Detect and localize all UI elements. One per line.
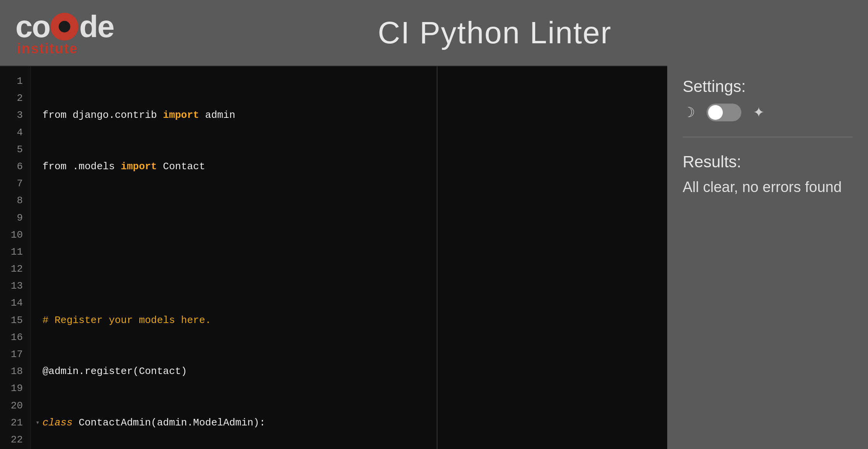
line-num-13: 13 bbox=[0, 277, 31, 294]
logo-top: co de bbox=[15, 9, 114, 44]
code-line-1: from django.contrib import admin bbox=[42, 107, 425, 124]
line-num-20: 20 bbox=[0, 397, 31, 414]
code-class-name: ContactAdmin(admin.ModelAdmin): bbox=[79, 414, 266, 431]
fold-arrow-7[interactable]: ▾ bbox=[36, 417, 42, 429]
code-from-1: from bbox=[42, 107, 73, 124]
line-num-12: 12 bbox=[0, 260, 31, 277]
line-num-7: 7 bbox=[0, 175, 31, 192]
main-content: 1 2 3 4 5 6 7 8 9 10 11 12 13 14 15 16 1… bbox=[0, 66, 868, 449]
code-line-6: @admin.register(Contact) bbox=[42, 363, 425, 380]
line-num-14: 14 bbox=[0, 294, 31, 311]
code-contact: Contact bbox=[157, 158, 205, 175]
code-from-2: from bbox=[42, 158, 73, 175]
line-numbers: 1 2 3 4 5 6 7 8 9 10 11 12 13 14 15 16 1… bbox=[0, 66, 31, 449]
line-num-2: 2 bbox=[0, 90, 31, 107]
code-line-4 bbox=[42, 260, 425, 277]
line-num-22: 22 bbox=[0, 431, 31, 448]
results-message: All clear, no errors found bbox=[683, 179, 853, 196]
line-num-15: 15 bbox=[0, 312, 31, 329]
logo-area: co de institute bbox=[15, 9, 114, 57]
line-num-19: 19 bbox=[0, 380, 31, 397]
line-num-18: 18 bbox=[0, 363, 31, 380]
code-admin: admin bbox=[199, 107, 236, 124]
line-num-5: 5 bbox=[0, 141, 31, 158]
line-num-4: 4 bbox=[0, 124, 31, 141]
code-editor[interactable]: 1 2 3 4 5 6 7 8 9 10 11 12 13 14 15 16 1… bbox=[0, 66, 667, 449]
moon-icon: ☽ bbox=[683, 104, 695, 121]
code-decorator: @admin.register(Contact) bbox=[42, 363, 187, 380]
logo-o-icon bbox=[51, 13, 78, 41]
code-class-kw: class bbox=[42, 414, 79, 431]
code-content[interactable]: from django.contrib import admin from .m… bbox=[31, 66, 437, 449]
settings-title: Settings: bbox=[683, 77, 853, 96]
page-title: CI Python Linter bbox=[137, 15, 853, 51]
code-module-1: django.contrib bbox=[73, 107, 163, 124]
header: co de institute CI Python Linter bbox=[0, 0, 868, 66]
line-num-8: 8 bbox=[0, 192, 31, 209]
line-num-16: 16 bbox=[0, 329, 31, 346]
line-num-9: 9 bbox=[0, 209, 31, 226]
line-num-10: 10 bbox=[0, 226, 31, 243]
theme-controls: ☽ ✦ bbox=[683, 104, 853, 121]
code-module-2: .models bbox=[73, 158, 121, 175]
code-line-5: # Register your models here. bbox=[42, 312, 425, 329]
line-num-11: 11 bbox=[0, 243, 31, 260]
line-num-6: 6 bbox=[0, 158, 31, 175]
logo-text-de: de bbox=[79, 9, 114, 44]
code-import-1: import bbox=[163, 107, 199, 124]
logo-text-co: co bbox=[15, 9, 50, 44]
code-comment-1: # Register your models here. bbox=[42, 312, 211, 329]
sidebar: Settings: ☽ ✦ Results: All clear, no err… bbox=[667, 66, 868, 449]
results-section: Results: All clear, no errors found bbox=[683, 153, 853, 196]
results-title: Results: bbox=[683, 153, 853, 171]
line-num-1: 1 bbox=[0, 73, 31, 90]
code-line-3 bbox=[42, 209, 425, 226]
code-line-2: from .models import Contact bbox=[42, 158, 425, 175]
logo-institute: institute bbox=[15, 41, 78, 57]
settings-section: Settings: ☽ ✦ bbox=[683, 77, 853, 121]
theme-toggle[interactable] bbox=[707, 104, 741, 121]
sun-icon: ✦ bbox=[753, 104, 765, 121]
code-right-panel bbox=[437, 66, 667, 449]
line-num-21: 21 bbox=[0, 414, 31, 431]
line-num-3: 3 bbox=[0, 107, 31, 124]
divider bbox=[683, 137, 853, 137]
code-import-2: import bbox=[121, 158, 157, 175]
code-line-7: ▾ class ContactAdmin(admin.ModelAdmin): bbox=[42, 414, 425, 431]
line-num-17: 17 bbox=[0, 346, 31, 363]
